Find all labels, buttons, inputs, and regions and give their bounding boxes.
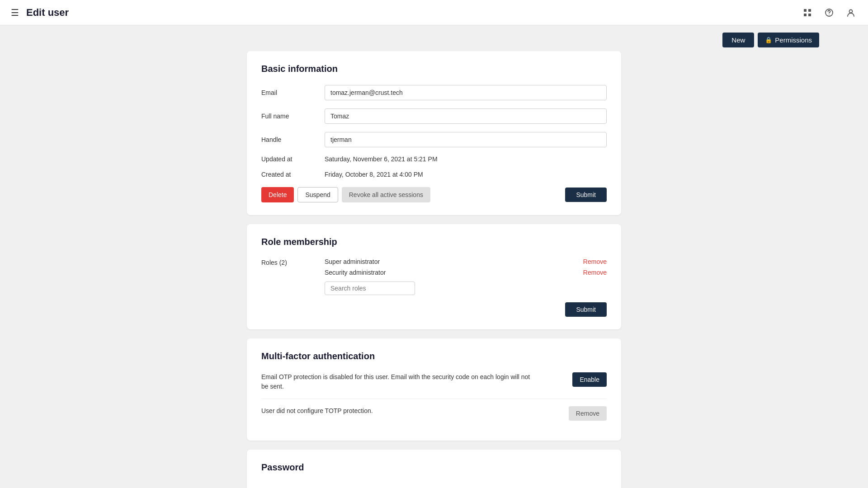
mfa-otp-text: Email OTP protection is disabled for thi…: [261, 372, 533, 391]
updated-at-row: Updated at Saturday, November 6, 2021 at…: [261, 155, 607, 163]
list-item: Super administrator Remove: [325, 258, 607, 265]
svg-rect-0: [804, 9, 807, 12]
svg-point-6: [849, 9, 853, 13]
basic-information-title: Basic information: [261, 64, 607, 74]
mfa-otp-row: Email OTP protection is disabled for thi…: [261, 372, 607, 399]
fullname-row: Full name: [261, 108, 607, 124]
role-membership-submit-button[interactable]: Submit: [565, 302, 607, 317]
role-name-super-admin: Super administrator: [325, 258, 380, 265]
role-membership-card: Role membership Roles (2) Super administ…: [247, 224, 621, 329]
handle-label: Handle: [261, 136, 325, 143]
mfa-card: Multi-factor authentication Email OTP pr…: [247, 338, 621, 441]
roles-content: Super administrator Remove Security admi…: [325, 258, 607, 295]
created-at-value: Friday, October 8, 2021 at 4:00 PM: [325, 171, 607, 178]
role-membership-title: Role membership: [261, 237, 607, 247]
permissions-label: Permissions: [775, 36, 812, 44]
list-item: Security administrator Remove: [325, 269, 607, 276]
page-title: Edit user: [26, 7, 69, 19]
fullname-label: Full name: [261, 113, 325, 120]
main-content: Basic information Email Full name Handle…: [240, 51, 628, 488]
topbar: ☰ Edit user: [0, 0, 868, 25]
basic-information-card: Basic information Email Full name Handle…: [247, 51, 621, 215]
role-submit-row: Submit: [261, 302, 607, 317]
basic-info-actions: Delete Suspend Revoke all active session…: [261, 187, 607, 202]
svg-rect-2: [804, 14, 807, 16]
created-at-row: Created at Friday, October 8, 2021 at 4:…: [261, 171, 607, 178]
created-at-label: Created at: [261, 171, 325, 178]
updated-at-label: Updated at: [261, 155, 325, 163]
handle-input[interactable]: [325, 132, 607, 147]
password-title: Password: [261, 462, 607, 473]
enable-otp-button[interactable]: Enable: [572, 372, 607, 387]
svg-rect-3: [808, 14, 811, 16]
fullname-input[interactable]: [325, 108, 607, 124]
help-icon[interactable]: [823, 6, 835, 19]
search-roles-input[interactable]: [325, 282, 415, 295]
role-name-security-admin: Security administrator: [325, 269, 386, 276]
email-row: Email: [261, 85, 607, 100]
roles-row: Roles (2) Super administrator Remove Sec…: [261, 258, 607, 295]
mfa-title: Multi-factor authentication: [261, 351, 607, 361]
remove-role-super-admin-button[interactable]: Remove: [583, 258, 607, 265]
handle-row: Handle: [261, 132, 607, 147]
mfa-totp-text: User did not configure TOTP protection.: [261, 406, 373, 416]
remove-role-security-admin-button[interactable]: Remove: [583, 269, 607, 276]
revoke-sessions-button[interactable]: Revoke all active sessions: [342, 187, 430, 202]
topbar-left: ☰ Edit user: [11, 7, 801, 19]
user-icon[interactable]: [844, 6, 857, 19]
remove-totp-button[interactable]: Remove: [569, 406, 607, 421]
grid-icon[interactable]: [801, 6, 814, 19]
suspend-button[interactable]: Suspend: [297, 187, 338, 202]
svg-rect-1: [808, 9, 811, 12]
basic-info-submit-button[interactable]: Submit: [565, 188, 607, 202]
permissions-button[interactable]: 🔒 Permissions: [758, 33, 819, 47]
action-bar: New 🔒 Permissions: [0, 25, 868, 51]
svg-point-5: [829, 14, 830, 15]
mfa-totp-row: User did not configure TOTP protection. …: [261, 406, 607, 428]
topbar-right: [801, 6, 857, 19]
card-actions-left: Delete Suspend Revoke all active session…: [261, 187, 430, 202]
lock-icon: 🔒: [765, 37, 772, 43]
roles-label: Roles (2): [261, 258, 325, 266]
delete-button[interactable]: Delete: [261, 187, 294, 202]
email-label: Email: [261, 89, 325, 96]
new-button[interactable]: New: [722, 33, 754, 47]
hamburger-icon[interactable]: ☰: [11, 7, 19, 18]
email-input[interactable]: [325, 85, 607, 100]
password-card: Password: [247, 450, 621, 488]
updated-at-value: Saturday, November 6, 2021 at 5:21 PM: [325, 155, 607, 163]
